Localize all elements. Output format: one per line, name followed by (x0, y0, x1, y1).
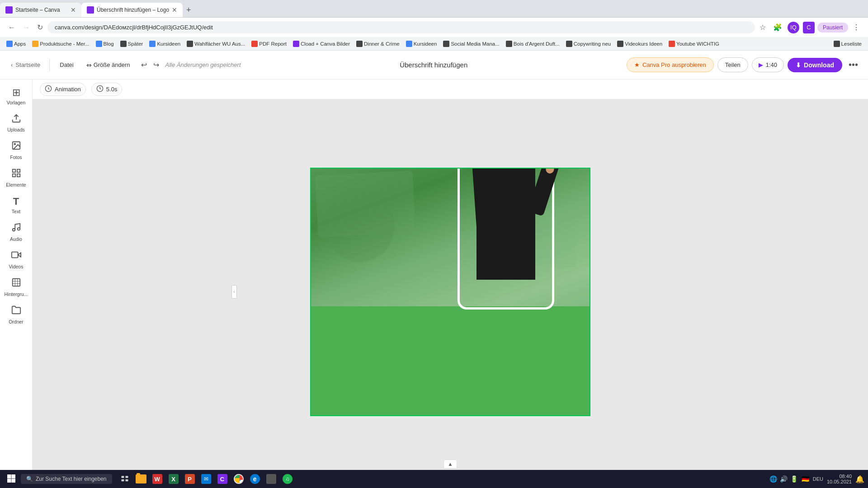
network-icon: 🌐 (769, 475, 777, 483)
separator1 (49, 59, 50, 71)
left-sidebar: ⊞ Vorlagen Uploads Fotos Elemente (0, 80, 33, 488)
forward-button[interactable]: → (20, 22, 33, 33)
ordner-label: Ordner (9, 319, 24, 324)
sidebar-item-vorlagen[interactable]: ⊞ Vorlagen (2, 83, 31, 109)
profile-btn[interactable]: Pausiert (817, 23, 848, 33)
sidebar-item-fotos[interactable]: Fotos (2, 137, 31, 164)
file-label: Datei (60, 61, 73, 68)
tab-close-icon[interactable]: ✕ (71, 6, 76, 14)
tab-favicon-active (87, 6, 94, 14)
uploads-icon (11, 113, 21, 126)
extensions-icon[interactable]: 🧩 (770, 21, 785, 33)
tab-favicon (5, 6, 13, 14)
download-icon: ⬇ (796, 61, 801, 69)
taskbar-app-more1[interactable] (264, 472, 278, 486)
redo-button[interactable]: ↪ (151, 58, 162, 72)
star-icon: ★ (634, 61, 640, 68)
download-button[interactable]: ⬇ Download (788, 58, 842, 72)
duration-tool[interactable]: 5.0s (91, 83, 123, 96)
svg-point-8 (17, 228, 20, 230)
taskbar-app-taskview[interactable] (118, 472, 132, 486)
taskbar-app-mail[interactable]: ✉ (199, 472, 213, 486)
taskbar-app-explorer[interactable] (134, 472, 148, 486)
tab-title: Startseite – Canva (15, 7, 68, 13)
fotos-label: Fotos (10, 155, 22, 160)
share-button[interactable]: Teilen (717, 57, 748, 72)
bookmark-wahlfächer[interactable]: Wahlfächer WU Aus... (184, 40, 248, 48)
tab-close-active-icon[interactable]: ✕ (172, 6, 177, 14)
bookmark-social[interactable]: Social Media Mana... (440, 40, 502, 48)
design-title[interactable]: Überschrift hinzufügen (394, 58, 473, 71)
battery-icon: 🔋 (790, 475, 798, 483)
elemente-label: Elemente (6, 182, 26, 188)
tab-bar: Startseite – Canva ✕ Überschrift hinzufü… (0, 0, 868, 17)
bookmark-kursideen1[interactable]: Kursideen (146, 40, 183, 48)
sidebar-item-uploads[interactable]: Uploads (2, 110, 31, 136)
notification-icon: 🇩🇪 (802, 475, 809, 483)
bookmark-produktsuche[interactable]: Produktsuche - Mer... (29, 40, 92, 48)
svg-rect-4 (17, 169, 19, 172)
taskbar-app-powerpoint[interactable]: P (183, 472, 197, 486)
play-button[interactable]: ▶ 1:40 (752, 57, 784, 72)
start-button[interactable] (4, 473, 19, 486)
bookmark-videokurs[interactable]: Videokurs Ideen (614, 40, 665, 48)
taskbar-app-more2[interactable]: ♫ (280, 472, 295, 486)
date-display: 10.05.2021 (827, 479, 852, 484)
bookmark-später[interactable]: Später (118, 40, 146, 48)
sidebar-item-text[interactable]: T Text (2, 192, 31, 218)
browser-menu-icon[interactable]: ⋮ (850, 21, 863, 33)
taskbar-search[interactable]: 🔍 Zur Suche Text hier eingeben (21, 474, 112, 484)
tab-startseite[interactable]: Startseite – Canva ✕ (0, 3, 81, 17)
bookmark-bois[interactable]: Bois d'Argent Duft... (503, 40, 562, 48)
svg-rect-5 (17, 174, 19, 177)
play-icon: ▶ (759, 61, 763, 68)
bookmark-apps[interactable]: Apps (4, 40, 28, 48)
sidebar-item-hintergrund[interactable]: Hintergru... (2, 274, 31, 300)
sidebar-item-audio[interactable]: Audio (2, 219, 31, 245)
home-button[interactable]: ‹ Startseite (7, 59, 44, 71)
notifications-button[interactable]: 🔔 (855, 475, 864, 483)
top-toolbar: ‹ Startseite Datei ⇔ Größe ändern ↩ ↪ Al… (0, 51, 868, 80)
undo-button[interactable]: ↩ (138, 58, 150, 72)
resize-menu[interactable]: ⇔ Größe ändern (82, 59, 135, 71)
sidebar-item-ordner[interactable]: Ordner (2, 301, 31, 328)
canvas-area: Animation 5.0s ‹ (33, 80, 868, 488)
profile-icon[interactable]: IQ (788, 22, 799, 33)
bookmark-copywriting[interactable]: Copywriting neu (563, 40, 613, 48)
bookmark-youtube[interactable]: Youtube WICHTIG (666, 40, 722, 48)
canva-ext-icon[interactable]: C (803, 22, 815, 33)
address-bar[interactable] (47, 21, 755, 33)
taskbar-right: 🌐 🔊 🔋 🇩🇪 DEU 08:40 10.05.2021 🔔 (769, 474, 864, 484)
save-status: Alle Änderungen gespeichert (165, 61, 241, 68)
animation-tool[interactable]: Animation (40, 83, 86, 96)
tab-active[interactable]: Überschrift hinzufügen – Logo ✕ (81, 3, 183, 17)
taskbar-app-canva[interactable]: C (215, 472, 230, 486)
taskbar-app-chrome[interactable] (231, 472, 246, 486)
sidebar-item-elemente[interactable]: Elemente (2, 164, 31, 191)
svg-rect-15 (125, 476, 128, 478)
file-menu[interactable]: Datei (55, 59, 78, 71)
new-tab-button[interactable]: + (183, 4, 195, 17)
bookmark-cload[interactable]: Cload + Canva Bilder (290, 40, 353, 48)
duration-label: 5.0s (106, 86, 118, 93)
collapse-arrow[interactable]: ▲ (443, 460, 457, 469)
taskbar-app-office[interactable]: W (150, 472, 165, 486)
bookmark-icon[interactable]: ☆ (757, 21, 769, 33)
reload-button[interactable]: ↻ (34, 21, 46, 33)
taskbar-app-edge[interactable]: e (248, 472, 262, 486)
bookmark-pdf[interactable]: PDF Report (249, 40, 289, 48)
bookmark-blog[interactable]: Blog (93, 40, 117, 48)
svg-rect-17 (125, 479, 128, 482)
back-button[interactable]: ← (5, 22, 18, 33)
home-label: Startseite (15, 61, 40, 68)
bookmark-leseliste[interactable]: Leseliste (831, 40, 864, 48)
audio-icon (11, 222, 21, 235)
taskbar-app-excel[interactable]: X (166, 472, 181, 486)
more-options-button[interactable]: ••• (846, 57, 861, 73)
bookmark-dinner[interactable]: Dinner & Crime (354, 40, 402, 48)
canva-pro-button[interactable]: ★ Canva Pro ausprobieren (627, 57, 714, 72)
side-handle[interactable]: ‹ (231, 285, 237, 299)
bookmark-kursideen2[interactable]: Kursideen (403, 40, 440, 48)
fotos-icon (11, 141, 21, 153)
sidebar-item-videos[interactable]: Videos (2, 246, 31, 273)
